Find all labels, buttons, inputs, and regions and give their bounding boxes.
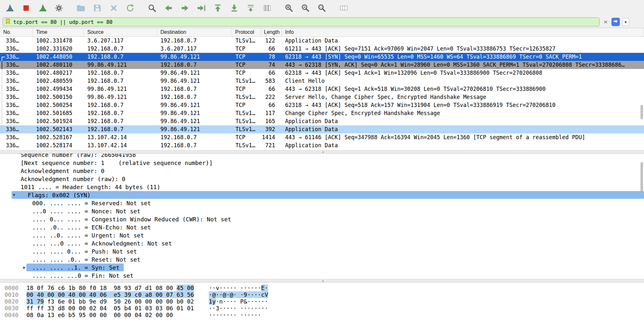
- packet-row[interactable]: 336…1002.480559192.168.0.799.86.49.121TL…: [0, 77, 644, 85]
- detail-row[interactable]: .... ..0. .... = Urgent: Not set: [0, 231, 644, 239]
- packet-row[interactable]: 336…1002.502143192.168.0.799.86.49.121TL…: [0, 125, 644, 133]
- column-header-length[interactable]: Length: [261, 28, 282, 36]
- go-to-packet-button[interactable]: [195, 2, 208, 14]
- packet-row[interactable]: 336…1002.48011099.86.49.121192.168.0.7TC…: [0, 61, 644, 69]
- filter-clear-button[interactable]: ×: [601, 18, 610, 26]
- packet-destination: 99.86.49.121: [157, 69, 232, 77]
- detail-row[interactable]: .... .0.. .... = ECN-Echo: Not set: [0, 223, 644, 231]
- hex-row[interactable]: 000018 0f 76 c6 1b 80 f0 18 98 93 d7 d1 …: [5, 285, 644, 291]
- packet-info: Change Cipher Spec, Encrypted Handshake …: [282, 109, 644, 117]
- hex-row[interactable]: 002031 79 f3 6e 01 bb 9e d9 50 26 00 00 …: [5, 298, 644, 305]
- detail-row[interactable]: Acknowledgment number: 0: [0, 167, 644, 175]
- zoom-in-button[interactable]: [283, 2, 295, 14]
- packet-length: 1414: [261, 133, 282, 141]
- hex-row[interactable]: 001000 40 00 00 40 00 40 06 e5 39 c0 a8 …: [5, 291, 644, 298]
- magnifier-icon: [147, 3, 157, 13]
- detail-row[interactable]: .... .... ...0 = Fin: Not set: [0, 272, 644, 279]
- packet-row[interactable]: 336…1002.50015099.86.49.121192.168.0.7TL…: [0, 93, 644, 101]
- folder-icon: [76, 3, 86, 13]
- save-capture-file-button[interactable]: [91, 2, 104, 14]
- packet-details[interactable]: Sequence number (raw): 2665041958[Next s…: [0, 154, 644, 279]
- packet-no: 336…: [0, 125, 33, 133]
- column-header-info[interactable]: Info: [282, 28, 644, 36]
- packet-protocol: TCP: [232, 53, 261, 61]
- shark-fin-green-icon: [38, 3, 47, 13]
- zoom-out-button[interactable]: [299, 2, 312, 14]
- packet-row[interactable]: 336…1002.500254192.168.0.799.86.49.121TC…: [0, 101, 644, 109]
- capture-options-button[interactable]: [53, 2, 65, 14]
- go-first-packet-button[interactable]: [211, 2, 224, 14]
- find-packet-button[interactable]: [146, 2, 159, 14]
- hex-offset: 0000: [5, 285, 26, 291]
- packet-row[interactable]: 336…1002.3314783.6.207.117192.168.0.7TLS…: [0, 37, 644, 45]
- detail-row[interactable]: 000. .... .... = Reserved: Not set: [0, 199, 644, 207]
- detail-row[interactable]: Acknowledgment number (raw): 0: [0, 175, 644, 183]
- auto-scroll-icon: [246, 3, 255, 13]
- colorize-packets-button[interactable]: [261, 2, 274, 14]
- packet-source: 192.168.0.7: [84, 109, 157, 117]
- detail-row[interactable]: ▼Flags: 0x002 (SYN): [0, 191, 644, 199]
- packet-row[interactable]: 336…1002.331620192.168.0.73.6.207.117TCP…: [0, 45, 644, 53]
- stop-capture-button[interactable]: [20, 2, 33, 14]
- packet-info: 443 → 61146 [ACK] Seq=347988 Ack=16394 W…: [282, 133, 644, 141]
- collapse-arrow-icon[interactable]: ▼: [13, 191, 15, 199]
- detail-row[interactable]: .... ...0 .... = Acknowledgment: Not set: [0, 239, 644, 247]
- filter-bookmark-icon[interactable]: [5, 18, 10, 26]
- expand-arrow-icon[interactable]: ▶: [23, 264, 25, 272]
- packet-row[interactable]: 336…1002.501924192.168.0.799.86.49.121TL…: [0, 117, 644, 125]
- packet-length: 392: [261, 125, 282, 133]
- packet-row[interactable]: 336…1002.52817413.107.42.14192.168.0.7TL…: [0, 141, 644, 150]
- column-header-protocol[interactable]: Protocol: [232, 28, 261, 36]
- hex-dump[interactable]: 000018 0f 76 c6 1b 80 f0 18 98 93 d7 d1 …: [0, 283, 644, 328]
- start-capture-button[interactable]: [3, 2, 16, 14]
- packet-protocol: TLSv1…: [232, 117, 261, 125]
- detail-row[interactable]: ▶.... .... ..1. = Syn: Set: [0, 264, 644, 272]
- hex-row[interactable]: 0030ff ff 33 d8 00 00 02 04 05 b4 01 03 …: [5, 305, 644, 312]
- packet-row[interactable]: 336…1002.52816713.107.42.14192.168.0.7TC…: [0, 133, 644, 141]
- packet-protocol: TLSv1…: [232, 93, 261, 101]
- detail-text: Flags: 0x002 (SYN): [28, 191, 91, 199]
- column-header-time[interactable]: Time: [33, 28, 84, 36]
- restart-capture-button[interactable]: [36, 2, 49, 14]
- splitter-details-hex[interactable]: [0, 279, 644, 283]
- packet-protocol: TLSv1…: [232, 141, 261, 150]
- resize-columns-button[interactable]: [337, 2, 350, 14]
- auto-scroll-button[interactable]: [244, 2, 257, 14]
- packet-row[interactable]: 336…1002.448050192.168.0.799.86.49.121TC…: [0, 53, 644, 61]
- go-back-button[interactable]: [162, 2, 175, 14]
- packet-time: 1002.501924: [33, 117, 84, 125]
- zoom-in-icon: [284, 3, 294, 13]
- packet-protocol: TCP: [232, 45, 261, 53]
- packet-row[interactable]: 336…1002.501685192.168.0.799.86.49.121TL…: [0, 109, 644, 117]
- packet-list[interactable]: 336…1002.3314783.6.207.117192.168.0.7TLS…: [0, 37, 644, 150]
- detail-row[interactable]: [Next sequence number: 1 (relative seque…: [0, 159, 644, 167]
- packet-row[interactable]: 336…1002.480217192.168.0.799.86.49.121TC…: [0, 69, 644, 77]
- packet-source: 192.168.0.7: [84, 117, 157, 125]
- detail-row[interactable]: .... 0... .... = Congestion Window Reduc…: [0, 215, 644, 223]
- detail-text: .... .... ...0 = Fin: Not set: [32, 272, 133, 279]
- packet-no: 336…: [0, 77, 33, 85]
- detail-row[interactable]: 1011 .... = Header Length: 44 bytes (11): [0, 183, 644, 191]
- filter-apply-button[interactable]: [611, 18, 620, 26]
- column-header-source[interactable]: Source: [84, 28, 157, 36]
- detail-row[interactable]: .... .... 0... = Push: Not set: [0, 247, 644, 256]
- column-header-destination[interactable]: Destination: [157, 28, 232, 36]
- go-last-packet-button[interactable]: [228, 2, 241, 14]
- filter-history-dropdown[interactable]: ▾: [622, 18, 629, 26]
- zoom-reset-button[interactable]: 1:1: [315, 2, 328, 14]
- detail-row[interactable]: Sequence number (raw): 2665041958: [0, 154, 644, 159]
- detail-row[interactable]: .... .... .0.. = Reset: Not set: [0, 256, 644, 264]
- splitter-list-details[interactable]: [0, 150, 644, 154]
- display-filter-input[interactable]: tcp.port == 80 || udp.port == 80: [3, 17, 600, 26]
- packet-destination: 192.168.0.7: [157, 133, 232, 141]
- go-forward-button[interactable]: [178, 2, 191, 14]
- column-header-no[interactable]: No.: [0, 28, 33, 36]
- close-icon: [109, 3, 119, 13]
- open-capture-file-button[interactable]: [74, 2, 87, 14]
- hex-row[interactable]: 004008 0a 13 e6 b5 95 00 00 00 00 04 02 …: [5, 312, 644, 318]
- packet-row[interactable]: 336…1002.49943499.86.49.121192.168.0.7TC…: [0, 85, 644, 93]
- reload-file-button[interactable]: [124, 2, 137, 14]
- detail-row[interactable]: ...0 .... .... = Nonce: Not set: [0, 207, 644, 215]
- packet-no: 336…: [0, 37, 33, 45]
- close-capture-file-button[interactable]: [107, 2, 120, 14]
